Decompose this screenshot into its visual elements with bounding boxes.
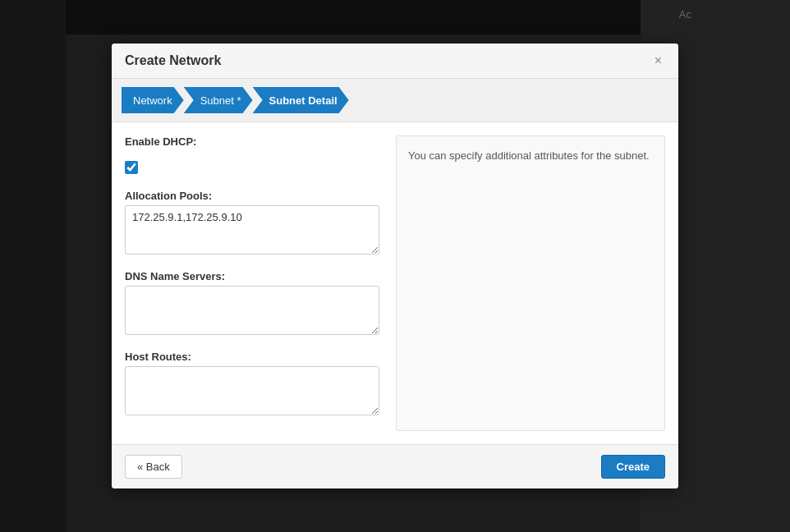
modal-dialog: Create Network × Network Subnet * Subnet… [112,44,678,488]
modal-footer: « Back Create [112,444,678,488]
dhcp-row: Enable DHCP: [125,135,379,148]
wizard-step-network-label: Network [133,94,172,107]
allocation-pools-group: Allocation Pools: 172.25.9.1,172.25.9.10 [125,190,379,257]
back-button[interactable]: « Back [125,455,182,479]
info-panel-text: You can specify additional attributes fo… [408,149,650,162]
dhcp-checkbox[interactable] [125,161,138,174]
host-routes-label: Host Routes: [125,351,379,363]
wizard-steps: Network Subnet * Subnet Detail [112,79,678,122]
modal-body: Enable DHCP: Allocation Pools: 172.25.9.… [112,122,678,444]
modal-header: Create Network × [112,44,678,79]
dns-name-servers-group: DNS Name Servers: [125,270,379,337]
allocation-pools-input[interactable]: 172.25.9.1,172.25.9.10 [125,205,379,255]
dhcp-label: Enable DHCP: [125,135,196,148]
wizard-step-network[interactable]: Network [122,87,184,113]
host-routes-input[interactable] [125,366,379,415]
allocation-pools-label: Allocation Pools: [125,190,379,202]
modal-title: Create Network [125,53,221,68]
modal-overlay: Create Network × Network Subnet * Subnet… [0,0,790,532]
info-panel: You can specify additional attributes fo… [396,135,665,431]
wizard-step-subnet-detail-label: Subnet Detail [269,94,338,107]
form-section: Enable DHCP: Allocation Pools: 172.25.9.… [125,135,379,431]
dhcp-checkbox-row [125,161,379,177]
wizard-step-subnet[interactable]: Subnet * [184,87,253,113]
modal-close-button[interactable]: × [651,54,665,67]
dns-name-servers-label: DNS Name Servers: [125,270,379,282]
create-button[interactable]: Create [601,455,665,479]
dns-name-servers-input[interactable] [125,286,379,335]
wizard-step-subnet-label: Subnet * [200,94,241,107]
wizard-step-subnet-detail[interactable]: Subnet Detail [253,87,349,113]
host-routes-group: Host Routes: [125,351,379,418]
